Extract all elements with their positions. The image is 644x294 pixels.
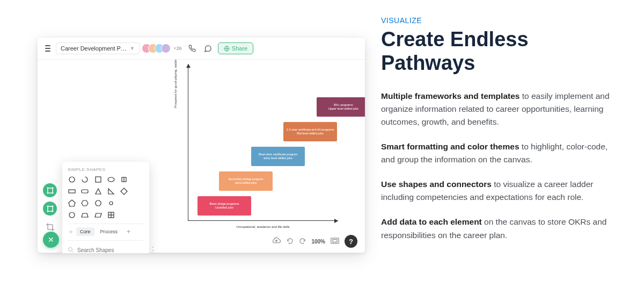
shape-circle2[interactable] <box>68 211 76 219</box>
shape-grid[interactable] <box>107 211 115 219</box>
career-block-2[interactable]: Secondary bridge program semi-skilled jo… <box>219 171 273 191</box>
marketing-copy: VISUALIZE Create Endless Pathways Multip… <box>376 0 628 294</box>
paragraph-3: Use shapes and connectors to visualize a… <box>381 178 612 204</box>
svg-point-13 <box>69 247 72 251</box>
svg-rect-20 <box>47 206 52 211</box>
paragraph-2: Smart formatting and color themes to hig… <box>381 140 612 166</box>
shape-partial-circle[interactable] <box>80 175 89 184</box>
search-icon <box>68 246 74 254</box>
shape-rect[interactable] <box>68 187 76 196</box>
canvas[interactable]: Prospects for good-playing, stable emplo… <box>38 60 365 253</box>
svg-rect-15 <box>47 188 52 192</box>
shape-diamond[interactable] <box>120 187 128 196</box>
shape-octagon[interactable] <box>94 199 103 207</box>
tab-process[interactable]: Process <box>97 227 122 236</box>
help-button[interactable]: ? <box>345 235 357 248</box>
svg-rect-6 <box>69 190 75 193</box>
y-axis <box>188 64 188 221</box>
shape-pentagon[interactable] <box>68 199 76 207</box>
svg-point-1 <box>69 177 75 182</box>
pin-icon[interactable]: ✧ <box>68 228 74 236</box>
shapes-panel-heading: SIMPLE SHAPES <box>68 167 144 172</box>
cloud-sync-icon[interactable] <box>272 237 281 246</box>
more-icon[interactable]: ⋮ <box>149 245 158 253</box>
y-axis-label: Prospects for good-playing, stable emplo… <box>174 60 177 108</box>
collaborator-avatars[interactable]: +26 <box>145 44 182 53</box>
shape-square[interactable] <box>94 175 103 184</box>
status-bar: 100% ? <box>272 235 357 248</box>
svg-rect-7 <box>82 190 88 193</box>
undo-icon[interactable] <box>287 238 294 246</box>
svg-point-8 <box>109 202 113 205</box>
career-block-4[interactable]: 1-2 year certificate and AA programs Mid… <box>283 122 337 141</box>
paragraph-4: Add data to each element on the canvas t… <box>381 216 612 241</box>
career-block-5[interactable]: BA+ programs Upper level skilled jobs <box>317 97 365 117</box>
career-block-1[interactable]: Basic bridge programs Unskilled jobs <box>197 196 251 216</box>
svg-point-9 <box>69 212 75 218</box>
comment-icon[interactable] <box>202 42 215 55</box>
menu-icon[interactable] <box>43 43 53 54</box>
call-icon[interactable] <box>186 42 199 55</box>
zoom-level[interactable]: 100% <box>311 239 325 245</box>
search-shapes-input[interactable] <box>77 247 145 253</box>
shape-ellipse[interactable] <box>107 175 115 184</box>
shape-triangle[interactable] <box>94 187 103 196</box>
shape-circle[interactable] <box>68 175 76 184</box>
close-panel-button[interactable]: ✕ <box>43 232 59 248</box>
dock-frame-tool-2[interactable] <box>43 202 57 216</box>
svg-point-3 <box>108 177 114 182</box>
svg-rect-2 <box>96 177 101 182</box>
tab-core[interactable]: Core <box>76 227 94 236</box>
svg-rect-33 <box>333 240 337 242</box>
collaborator-count: +26 <box>173 44 182 53</box>
document-title: Career Development P… <box>61 45 127 52</box>
shape-right-triangle[interactable] <box>107 187 115 196</box>
eyebrow: VISUALIZE <box>381 16 612 25</box>
document-title-dropdown[interactable]: Career Development P… ▼ <box>56 42 140 54</box>
app-window: Career Development P… ▼ +26 Share Prospe… <box>38 38 365 253</box>
paragraph-1: Multiple frameworks and templates to eas… <box>381 90 612 128</box>
headline: Create Endless Pathways <box>381 28 612 75</box>
dock-frame-tool[interactable] <box>43 183 57 197</box>
svg-line-14 <box>72 250 74 252</box>
shape-tabs: ✧ Core Process + <box>68 224 144 236</box>
shape-parallelogram[interactable] <box>94 211 103 219</box>
shape-hexagon[interactable] <box>80 199 89 207</box>
shapes-panel: SIMPLE SHAPES <box>62 162 149 253</box>
shape-small-circle[interactable] <box>107 199 115 207</box>
svg-rect-32 <box>331 238 339 243</box>
share-button[interactable]: Share <box>218 42 253 54</box>
topbar: Career Development P… ▼ +26 Share <box>38 38 365 60</box>
x-axis <box>188 220 338 221</box>
career-block-3[interactable]: Short-term certificate program entry lev… <box>251 147 305 166</box>
chevron-down-icon: ▼ <box>130 46 135 51</box>
shape-trapezoid[interactable] <box>80 211 89 219</box>
shape-grid <box>68 175 144 219</box>
shape-rounded-rect[interactable] <box>80 187 89 196</box>
shape-search: ⋮ <box>68 240 144 253</box>
redo-icon[interactable] <box>299 238 306 246</box>
fit-screen-icon[interactable] <box>331 238 339 245</box>
shape-cylinder[interactable] <box>120 175 128 184</box>
tab-add[interactable]: + <box>123 228 134 235</box>
x-axis-label: Occupational, academic and life skills <box>204 225 322 228</box>
